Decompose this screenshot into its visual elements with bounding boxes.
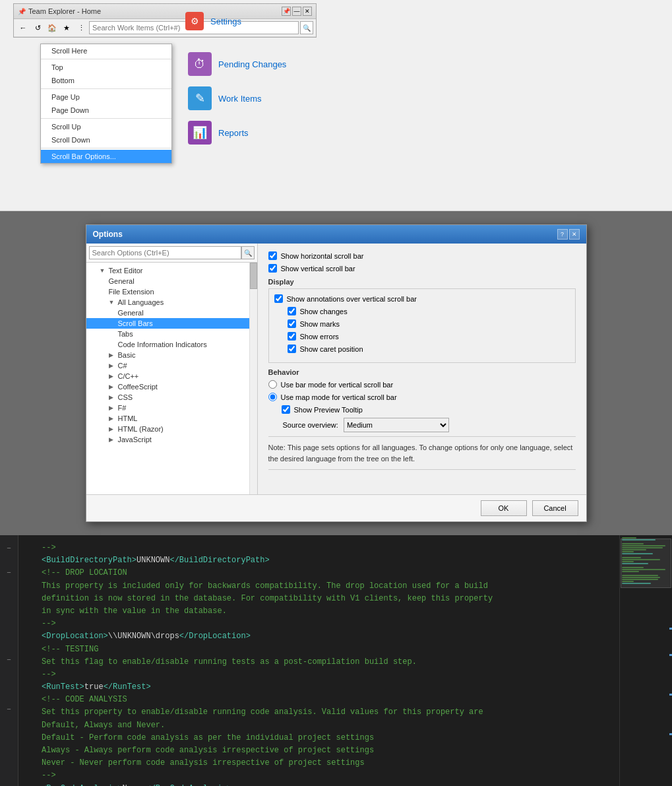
tree-item-label: General: [118, 309, 144, 317]
dialog-body: 🔍 ▼ Text Editor General File Extension: [86, 244, 586, 494]
pin-button[interactable]: 📌: [282, 7, 291, 16]
tree-scrollbar[interactable]: [249, 263, 257, 494]
line-content: <RunTest>true</RunTest>: [42, 681, 151, 694]
more-button[interactable]: ⋮: [75, 21, 88, 34]
menu-scroll-up[interactable]: Scroll Up: [41, 120, 171, 133]
line-content: Always - Always perform code analysis ir…: [42, 744, 374, 757]
code-line: Always - Always perform code analysis ir…: [18, 744, 613, 757]
behavior-section-label: Behavior: [268, 368, 576, 376]
line-content: -->: [42, 669, 56, 681]
menu-page-down[interactable]: Page Down: [41, 104, 171, 117]
code-editor-section: − − − − --> <BuildDirectoryPath>UNKNO: [0, 535, 672, 786]
show-marks-checkbox[interactable]: [288, 319, 296, 328]
line-content: Set this property to enable/disable runn…: [42, 706, 483, 719]
refresh-button[interactable]: ↺: [31, 21, 44, 34]
show-errors-row: Show errors: [274, 332, 570, 341]
nav-item-work-items[interactable]: ✎ Work Items: [185, 81, 305, 115]
ok-button[interactable]: OK: [481, 500, 527, 516]
code-line: <!-- CODE ANALYSIS: [18, 694, 613, 706]
show-caret-checkbox[interactable]: [288, 344, 296, 353]
tree-general-1[interactable]: General: [86, 276, 257, 286]
close-button[interactable]: ✕: [303, 7, 312, 16]
tree-fsharp[interactable]: ▶ F#: [86, 403, 257, 413]
tree-css[interactable]: ▶ CSS: [86, 392, 257, 403]
expander-text-editor: ▼: [100, 267, 106, 274]
show-changes-checkbox[interactable]: [288, 307, 296, 315]
scrollbar-thumb[interactable]: [250, 263, 257, 289]
collapse-4[interactable]: −: [0, 704, 18, 715]
expander-javascript: ▶: [109, 436, 115, 443]
tree-cpp[interactable]: ▶ C/C++: [86, 371, 257, 381]
tree-item-label: C/C++: [118, 372, 139, 380]
nav-item-reports[interactable]: 📊 Reports: [185, 115, 305, 150]
menu-scroll-here[interactable]: Scroll Here: [41, 44, 171, 57]
cancel-button[interactable]: Cancel: [532, 500, 578, 516]
tree-item-label: HTML: [118, 414, 138, 422]
collapse-1[interactable]: −: [0, 542, 18, 554]
preview-tooltip-checkbox[interactable]: [282, 405, 290, 414]
dialog-help-button[interactable]: ?: [557, 229, 568, 240]
separator-3: [41, 118, 171, 119]
menu-top[interactable]: Top: [41, 61, 171, 74]
map-mode-radio[interactable]: [268, 393, 277, 401]
menu-scroll-down[interactable]: Scroll Down: [41, 133, 171, 147]
show-annotations-label: Show annotations over vertical scroll ba…: [287, 295, 417, 303]
favorites-button[interactable]: ★: [60, 21, 73, 34]
tree-code-info[interactable]: Code Information Indicators: [86, 339, 257, 350]
tree-search-bar: 🔍: [86, 244, 257, 263]
dialog-footer: OK Cancel: [86, 494, 586, 521]
show-annotations-row: Show annotations over vertical scroll ba…: [274, 294, 570, 303]
menu-scroll-bar-options[interactable]: Scroll Bar Options...: [41, 150, 171, 163]
top-section: 📌 Team Explorer - Home 📌 — ✕ ← ↺ 🏠 ★ ⋮ 🔍…: [0, 0, 672, 211]
line-content: Default, Always and Never.: [42, 719, 165, 732]
divider-2: [268, 469, 576, 470]
tree-all-languages[interactable]: ▼ All Languages: [86, 297, 257, 308]
tree-search-button[interactable]: 🔍: [241, 246, 255, 259]
dialog-titlebar: Options ? ✕: [86, 225, 586, 244]
options-dialog: Options ? ✕ 🔍 ▼ Text Editor: [86, 224, 587, 522]
show-annotations-checkbox[interactable]: [274, 294, 283, 303]
show-vertical-checkbox[interactable]: [268, 264, 277, 273]
tree-html-razor[interactable]: ▶ HTML (Razor): [86, 424, 257, 434]
expander-html: ▶: [109, 415, 115, 422]
collapse-3[interactable]: −: [0, 654, 18, 666]
tree-csharp[interactable]: ▶ C#: [86, 360, 257, 371]
bar-mode-radio[interactable]: [268, 380, 277, 389]
back-button[interactable]: ←: [16, 21, 30, 34]
tree-javascript[interactable]: ▶ JavaScript: [86, 434, 257, 445]
home-button[interactable]: 🏠: [46, 21, 59, 34]
tree-coffeescript[interactable]: ▶ CoffeeScript: [86, 381, 257, 392]
code-line: -->: [18, 618, 613, 630]
team-explorer-title: Team Explorer - Home: [28, 7, 101, 15]
code-line: <!-- DROP LOCATION: [18, 567, 613, 579]
tree-general-2[interactable]: General: [86, 308, 257, 318]
settings-row[interactable]: ⚙ Settings: [185, 12, 241, 30]
divider: [268, 436, 576, 437]
tree-tabs[interactable]: Tabs: [86, 329, 257, 339]
code-line: -->: [18, 669, 613, 681]
dialog-close-button[interactable]: ✕: [569, 229, 580, 240]
tree-content: ▼ Text Editor General File Extension ▼ A…: [86, 263, 257, 494]
show-errors-checkbox[interactable]: [288, 332, 296, 341]
search-icon[interactable]: 🔍: [300, 21, 313, 34]
code-line: <BuildDirectoryPath>UNKNOWN</BuildDirect…: [18, 554, 613, 567]
tree-scroll-bars[interactable]: Scroll Bars: [86, 318, 257, 329]
auto-hide-button[interactable]: —: [292, 7, 301, 16]
menu-page-up[interactable]: Page Up: [41, 90, 171, 104]
collapse-2[interactable]: −: [0, 566, 18, 578]
line-content: Set this flag to enable/disable running …: [42, 656, 417, 669]
expander-html-razor: ▶: [109, 426, 115, 432]
tree-text-editor[interactable]: ▼ Text Editor: [86, 265, 257, 276]
source-overview-dropdown[interactable]: Disabled Small Medium Large: [344, 418, 449, 432]
tree-file-extension[interactable]: File Extension: [86, 286, 257, 297]
show-horizontal-checkbox[interactable]: [268, 251, 277, 260]
menu-bottom[interactable]: Bottom: [41, 74, 171, 87]
line-content: -->: [42, 618, 56, 630]
tree-html[interactable]: ▶ HTML: [86, 413, 257, 424]
tree-item-label: CSS: [118, 393, 133, 401]
tree-basic[interactable]: ▶ Basic: [86, 350, 257, 360]
code-line: Never - Never perform code analysis irre…: [18, 757, 613, 770]
tree-search-input[interactable]: [89, 246, 241, 259]
tree-item-label: Tabs: [118, 330, 133, 338]
nav-item-pending-changes[interactable]: ⏱ Pending Changes: [185, 47, 305, 81]
